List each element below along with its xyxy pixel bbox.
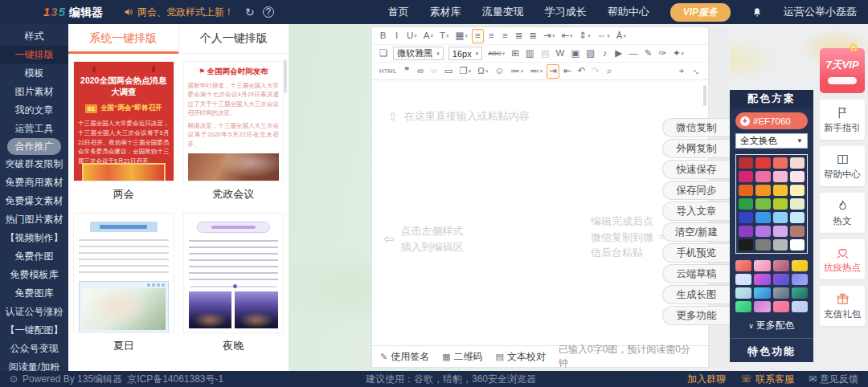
rail-item-recharge-gift[interactable]: 充值礼包 — [820, 286, 865, 326]
vip-trial-card[interactable]: ✿ 7天VIP — [820, 48, 865, 93]
font-size-select[interactable]: 16px ▾ — [448, 47, 482, 60]
nav-item[interactable]: 素材库 — [430, 5, 461, 19]
rail-item-guide[interactable]: 新手指引 — [820, 100, 865, 140]
ordered-list[interactable]: ≕ ▾ — [527, 64, 545, 79]
action-button[interactable]: 导入文章 — [662, 202, 730, 221]
rail-item-hot-articles[interactable]: 热文 — [820, 193, 865, 233]
sidebar-item[interactable]: 【一键配图】 — [0, 321, 68, 340]
announcement[interactable]: 两会、党政样式上新！ — [124, 6, 234, 19]
action-button[interactable]: 云端草稿 — [662, 264, 730, 283]
color-swatch[interactable] — [790, 157, 805, 169]
gradient-swatch[interactable] — [773, 287, 789, 299]
action-button[interactable]: 快速保存 — [662, 160, 730, 179]
action-button[interactable]: 更多功能 — [662, 306, 730, 325]
editor-footer-tool[interactable]: ▦ 二维码 — [442, 350, 482, 364]
nav-item[interactable]: 首页 — [388, 5, 409, 19]
color-swatch[interactable] — [755, 212, 770, 223]
logo[interactable]: 135 编辑器 — [43, 5, 103, 20]
sidebar-item[interactable]: 【视频制作】 — [0, 229, 68, 247]
template-card-night[interactable]: 夜晚 — [183, 213, 285, 353]
template-tab[interactable]: 个人一键排版 — [178, 24, 289, 53]
underline[interactable]: U ▾ — [404, 29, 420, 43]
undo[interactable]: ↶ — [575, 64, 588, 79]
signature-pen[interactable]: ✎ — [642, 47, 655, 61]
gradient-swatch[interactable] — [735, 301, 751, 312]
align-left[interactable]: ≡ — [472, 29, 484, 43]
gradient-swatch[interactable] — [792, 260, 808, 271]
current-color-button[interactable]: + #EF7060 — [735, 112, 808, 129]
panel-scrollbar[interactable] — [284, 59, 287, 93]
expand-width[interactable]: + — [676, 64, 688, 79]
sidebar-item[interactable]: 合作推广 — [7, 138, 61, 155]
color-swatch[interactable] — [739, 198, 753, 210]
gradient-swatch[interactable] — [754, 260, 770, 271]
one-key-format[interactable]: ✦ ▾ — [670, 47, 686, 61]
upload[interactable]: ▤ — [538, 47, 552, 61]
template-card-dangzheng[interactable]: ⚑ 全国两会时间发布 据新华社报道，十三届全国人大常委会第十七次会议4月29日表… — [183, 61, 285, 202]
blockquote[interactable]: ❞ — [401, 64, 413, 79]
action-button[interactable]: 保存同步 — [662, 181, 730, 200]
color-swatch[interactable] — [739, 185, 753, 196]
editor-scrollbar[interactable] — [703, 85, 706, 106]
align-center[interactable]: ≡ — [485, 29, 497, 43]
gradient-swatch[interactable] — [735, 274, 751, 285]
color-swatch[interactable] — [755, 185, 770, 196]
color-swatch[interactable] — [790, 239, 805, 251]
color-swatch[interactable] — [773, 157, 788, 169]
text-direction-rtl[interactable]: ⇤ — [561, 64, 574, 79]
color-swatch[interactable] — [755, 239, 770, 251]
word-import[interactable]: W — [554, 47, 567, 61]
color-swatch[interactable] — [755, 226, 770, 237]
sidebar-item[interactable]: 免费商用素材 — [0, 173, 68, 192]
action-button[interactable]: 外网复制 — [662, 139, 730, 158]
color-swatch[interactable] — [790, 226, 805, 237]
strikethrough[interactable]: ABC ▾ — [485, 47, 507, 61]
remove-link[interactable]: ∞ — [428, 64, 440, 79]
sidebar-item[interactable]: 图片素材 — [0, 83, 68, 101]
more-colors-button[interactable]: ∨更多配色 — [730, 319, 813, 332]
sidebar-item[interactable]: 我的文章 — [0, 101, 68, 120]
vip-service-button[interactable]: VIP服务 — [670, 3, 731, 22]
format-brush[interactable]: ✑ — [656, 47, 669, 61]
sidebar-item[interactable]: 热门图片素材 — [0, 210, 68, 229]
new-document[interactable]: ❏ — [377, 47, 390, 61]
nav-item[interactable]: 学习成长 — [545, 5, 587, 19]
refresh-icon[interactable]: ↻ — [245, 6, 255, 18]
sidebar-item[interactable]: 模板 — [0, 64, 68, 83]
highlight-color[interactable]: ▦ ▾ — [453, 29, 470, 43]
insert-layout[interactable]: ▥ — [523, 47, 537, 61]
color-swatch[interactable] — [755, 198, 770, 210]
html-source[interactable]: HTML — [377, 64, 399, 79]
gradient-swatch[interactable] — [773, 260, 789, 271]
color-swatch[interactable] — [790, 212, 805, 223]
color-swatch[interactable] — [790, 185, 805, 196]
contact-service-link[interactable]: ☏ 联系客服 — [740, 373, 794, 386]
feedback-link[interactable]: ✉ 意见反馈 — [809, 373, 858, 386]
color-swatch[interactable] — [773, 226, 788, 237]
sidebar-item[interactable]: 一键排版 — [0, 46, 68, 64]
gradient-swatch[interactable] — [773, 301, 789, 312]
align-right[interactable]: ≡ — [499, 29, 511, 43]
color-swatch[interactable] — [773, 198, 788, 210]
template-doc[interactable]: ❐ ▾ — [457, 64, 474, 79]
letter-case[interactable]: Ā ▾ — [614, 29, 628, 43]
color-mode-select[interactable]: 全文换色 ▼ — [735, 133, 808, 149]
editor-footer-tool[interactable]: ✎ 使用签名 — [380, 350, 429, 364]
sidebar-item[interactable]: 免费图库 — [0, 284, 68, 303]
template-tab[interactable]: 系统一键排版 — [68, 24, 178, 53]
indent[interactable]: ⇥ ▾ — [541, 29, 557, 43]
rail-item-help[interactable]: 帮助中心 — [820, 146, 865, 186]
color-swatch[interactable] — [739, 226, 753, 237]
insert-iframe[interactable]: ▭ — [442, 64, 456, 79]
bell-icon[interactable] — [751, 6, 763, 18]
color-swatch[interactable] — [739, 239, 753, 251]
text-direction-ltr[interactable]: ⇥ — [547, 64, 559, 79]
align-full[interactable]: ≣ — [527, 29, 540, 43]
gradient-swatch[interactable] — [792, 287, 808, 299]
color-swatch[interactable] — [773, 212, 788, 223]
sidebar-item[interactable]: 公众号变现 — [0, 340, 68, 358]
editor-footer-tool[interactable]: ▤ 文本校对 — [496, 350, 546, 364]
find-replace[interactable]: ⌕ — [604, 64, 616, 79]
color-swatch[interactable] — [739, 171, 753, 182]
help-icon[interactable]: ? — [263, 6, 274, 18]
